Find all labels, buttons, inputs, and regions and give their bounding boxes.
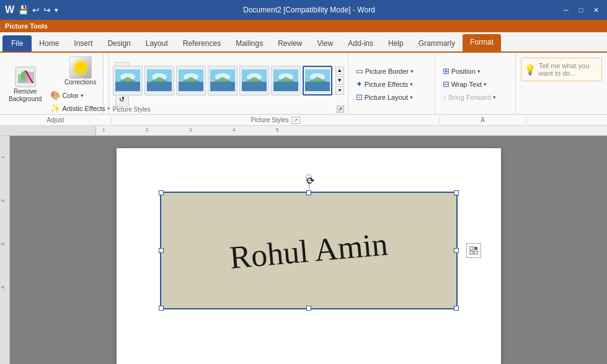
word-page: ⟳ Rohul Amin — [117, 148, 501, 364]
color-dropdown-arrow[interactable]: ▾ — [81, 92, 84, 99]
artistic-effects-label: Artistic Effects — [62, 105, 105, 112]
layout-options-button[interactable] — [466, 243, 481, 258]
position-arrow[interactable]: ▾ — [477, 68, 481, 74]
picture-tools-label: Picture Tools — [5, 22, 48, 30]
resize-handle-top-right[interactable] — [454, 190, 459, 195]
picture-border-button[interactable]: ▭ Picture Border ▾ — [353, 65, 430, 77]
picture-styles-label-bar: Picture Styles ↗ — [112, 117, 440, 124]
tell-me-icon: 💡 — [524, 64, 536, 76]
svg-rect-27 — [474, 247, 477, 250]
remove-background-label: RemoveBackground — [9, 88, 42, 103]
tab-help[interactable]: Help — [381, 35, 411, 51]
bring-forward-button[interactable]: ↑ Bring Forward ▾ — [440, 91, 510, 103]
tab-insert[interactable]: Insert — [66, 35, 100, 51]
tell-me-group: 💡 Tell me what you want to do... — [516, 53, 607, 114]
ruler-mark-5: 5 — [276, 127, 278, 133]
ribbon-group-labels: Adjust Picture Styles ↗ A — [0, 115, 607, 126]
picture-layout-arrow[interactable]: ▾ — [410, 94, 413, 100]
document-area: 1 2 3 4 ⟳ — [0, 136, 607, 364]
resize-handle-bot-center[interactable] — [306, 306, 311, 311]
tab-mailings[interactable]: Mailings — [228, 35, 270, 51]
svg-rect-28 — [470, 251, 473, 254]
svg-rect-18 — [242, 82, 267, 91]
picture-style-6[interactable] — [271, 66, 301, 95]
selected-image[interactable]: Rohul Amin — [160, 192, 458, 309]
picture-border-arrow[interactable]: ▾ — [410, 68, 414, 74]
adjust-group-label-bar: Adjust — [0, 117, 112, 123]
wrap-text-arrow[interactable]: ▾ — [484, 81, 487, 87]
remove-background-button[interactable]: RemoveBackground — [5, 63, 45, 105]
ruler-mark-2: 2 — [146, 127, 148, 133]
picture-layout-icon: ⊡ — [356, 92, 363, 102]
bring-forward-label: Bring Forward — [448, 94, 491, 101]
undo-icon[interactable]: ↩ — [32, 5, 40, 15]
ribbon-content: RemoveBackground Corrections 🎨 Color ▾ ✨… — [0, 53, 607, 115]
picture-layout-label: Picture Layout — [365, 94, 408, 101]
picture-effects-arrow[interactable]: ▾ — [410, 81, 413, 87]
picture-effects-button[interactable]: ✦ Picture Effects ▾ — [353, 78, 430, 90]
resize-handle-top-center[interactable] — [306, 190, 311, 195]
tab-format[interactable]: Format — [463, 34, 501, 51]
tab-references[interactable]: References — [175, 35, 228, 51]
svg-rect-9 — [147, 82, 172, 91]
vertical-ruler: 1 2 3 4 — [0, 136, 10, 364]
gallery-up-arrow[interactable]: ▲ — [335, 66, 344, 75]
tab-grammarly[interactable]: Grammarly — [411, 35, 463, 51]
arrange-group: ▭ Picture Border ▾ ✦ Picture Effects ▾ ⊡… — [348, 53, 435, 114]
gallery-scroll: ▲ ▼ ▾ — [335, 66, 344, 95]
restore-btn[interactable]: □ — [575, 4, 587, 16]
tab-layout[interactable]: Layout — [138, 35, 175, 51]
bring-forward-arrow[interactable]: ▾ — [493, 94, 496, 100]
ruler-main: 1 2 3 4 5 — [96, 126, 607, 135]
save-icon[interactable]: 💾 — [18, 5, 29, 15]
picture-border-label: Picture Border — [365, 68, 409, 75]
resize-handle-mid-right[interactable] — [454, 248, 459, 253]
rotate-handle[interactable]: ⟳ — [306, 174, 312, 180]
svg-rect-24 — [305, 82, 330, 91]
tell-me-label: Tell me what you want to do... — [539, 62, 599, 77]
picture-styles-label: Picture Styles — [113, 106, 151, 113]
corrections-icon — [69, 56, 92, 79]
picture-tools-bar: Picture Tools — [0, 20, 607, 32]
picture-layout-button[interactable]: ⊡ Picture Layout ▾ — [353, 91, 430, 103]
picture-style-2[interactable] — [144, 66, 174, 95]
bring-forward-icon: ↑ — [443, 92, 447, 102]
tab-addins[interactable]: Add-ins — [340, 35, 381, 51]
page-area: ⟳ Rohul Amin — [10, 136, 607, 364]
redo-icon[interactable]: ↪ — [43, 5, 51, 15]
tab-design[interactable]: Design — [100, 35, 138, 51]
svg-rect-6 — [115, 82, 140, 91]
ribbon-tab-row: File Home Insert Design Layout Reference… — [0, 32, 607, 53]
picture-styles-expand-btn[interactable]: ↗ — [337, 105, 344, 113]
tab-home[interactable]: Home — [32, 35, 66, 51]
gallery-more-arrow[interactable]: ▾ — [335, 86, 344, 95]
wrap-text-button[interactable]: ⊟ Wrap Text ▾ — [440, 78, 510, 90]
resize-handle-mid-left[interactable] — [159, 248, 164, 253]
picture-style-3[interactable] — [176, 66, 206, 95]
picture-style-5[interactable] — [239, 66, 269, 95]
position-button[interactable]: ⊞ Position ▾ — [440, 65, 510, 77]
picture-style-7[interactable] — [303, 66, 332, 95]
image-container: ⟳ Rohul Amin — [160, 192, 458, 309]
minimize-btn[interactable]: ─ — [560, 4, 572, 16]
ruler-left-margin — [0, 126, 96, 135]
tab-file[interactable]: File — [2, 35, 32, 51]
tab-view[interactable]: View — [310, 35, 341, 51]
v-ruler-mark-2: 2 — [0, 199, 6, 202]
picture-style-4[interactable] — [208, 66, 237, 95]
tab-review[interactable]: Review — [270, 35, 309, 51]
tell-me-input[interactable]: 💡 Tell me what you want to do... — [521, 58, 602, 81]
color-label: Color — [62, 92, 78, 99]
sun-icon — [72, 59, 89, 76]
resize-handle-bot-right[interactable] — [454, 306, 459, 311]
close-btn[interactable]: ✕ — [590, 4, 602, 16]
remove-background-icon — [14, 66, 37, 88]
corrections-label: Corrections — [64, 79, 96, 86]
artistic-effects-icon: ✨ — [50, 104, 60, 113]
resize-handle-bot-left[interactable] — [159, 306, 164, 311]
picture-styles-expand-icon[interactable]: ↗ — [291, 117, 300, 124]
arrange-content: ▭ Picture Border ▾ ✦ Picture Effects ▾ ⊡… — [353, 55, 430, 113]
gallery-down-arrow[interactable]: ▼ — [335, 76, 344, 85]
resize-handle-top-left[interactable] — [159, 190, 164, 195]
picture-style-1[interactable] — [113, 66, 143, 95]
